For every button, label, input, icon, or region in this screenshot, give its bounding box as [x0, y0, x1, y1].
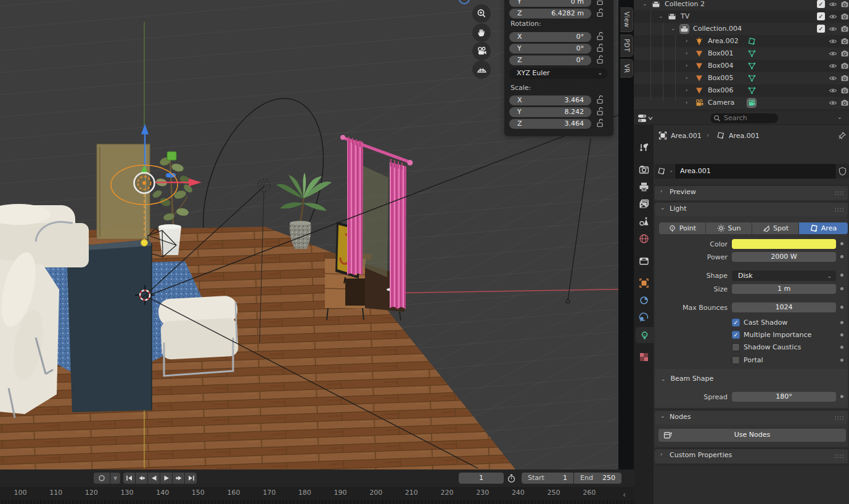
- outliner-row-box001[interactable]: ›Box001: [634, 47, 849, 60]
- render-visibility-icon[interactable]: [840, 37, 849, 46]
- outliner-row-box005[interactable]: ›Box005: [634, 72, 849, 84]
- animate-dot[interactable]: [840, 274, 843, 277]
- collection-checkbox[interactable]: ✓: [817, 0, 825, 8]
- outliner-item-label[interactable]: Box006: [708, 86, 733, 94]
- eye-icon[interactable]: [829, 25, 837, 33]
- subpanel-beam-shape[interactable]: ⌄Beam Shape: [661, 375, 713, 383]
- name-input[interactable]: Area.001: [675, 164, 836, 179]
- render-visibility-icon[interactable]: [840, 25, 849, 33]
- outliner-item-label[interactable]: Box005: [708, 74, 733, 82]
- breadcrumb-data[interactable]: Area.001: [729, 132, 760, 140]
- panel-light[interactable]: ⌄Light: [655, 203, 848, 216]
- timeline[interactable]: ▼ 1 Start 1 End 250 10011012013014015016…: [0, 469, 635, 504]
- expand-chevron-icon[interactable]: ›: [686, 38, 688, 44]
- frame-end-field[interactable]: End 250: [574, 473, 621, 484]
- properties-tab-object-data[interactable]: [636, 327, 654, 343]
- size-field[interactable]: 1 m: [732, 284, 836, 294]
- animate-dot[interactable]: [840, 287, 843, 290]
- timeline-ruler[interactable]: 1001101201301401501601701801902002102202…: [0, 487, 635, 500]
- hide-viewport-icon[interactable]: [829, 37, 837, 46]
- outliner-item-label[interactable]: Area.002: [708, 37, 739, 45]
- transform-value-field[interactable]: Y0 m: [509, 0, 591, 7]
- properties-tab-world[interactable]: [634, 230, 654, 246]
- jump-end-button[interactable]: [185, 473, 197, 484]
- properties-tab-physics[interactable]: [634, 309, 654, 325]
- lock-toggle[interactable]: [596, 44, 607, 54]
- animate-dot[interactable]: [840, 306, 843, 309]
- fake-user-toggle[interactable]: [837, 164, 849, 179]
- drag-grip-icon[interactable]: [834, 453, 844, 459]
- outliner-row-box006[interactable]: ›Box006: [634, 84, 849, 97]
- animate-dot[interactable]: [840, 255, 843, 258]
- pin-icon[interactable]: [838, 131, 847, 140]
- lock-toggle[interactable]: [596, 107, 607, 117]
- outliner-item-label[interactable]: Camera: [708, 99, 734, 107]
- panel-custom-properties[interactable]: ›Custom Properties: [655, 449, 848, 463]
- render-visibility-icon[interactable]: [840, 86, 849, 95]
- panel-nodes[interactable]: ⌄Nodes: [655, 411, 848, 425]
- pan-gizmo[interactable]: [472, 23, 491, 42]
- expand-chevron-icon[interactable]: ›: [686, 50, 688, 56]
- properties-tab-output[interactable]: [634, 179, 654, 195]
- collection-checkbox[interactable]: ✓: [817, 25, 825, 33]
- use-preview-range-button[interactable]: [507, 474, 516, 483]
- disable-render-icon[interactable]: [840, 99, 849, 107]
- outliner-row-box004[interactable]: ›Box004: [634, 60, 849, 72]
- render-visibility-icon[interactable]: [840, 99, 849, 107]
- transform-value-field[interactable]: Y8.242: [509, 107, 591, 117]
- transform-value-field[interactable]: Z3.464: [509, 119, 591, 129]
- collapse-chevron-icon[interactable]: ⌄: [642, 1, 647, 7]
- render-visibility-icon[interactable]: [840, 0, 849, 9]
- lock-toggle[interactable]: [596, 55, 607, 65]
- properties-tab-constraints[interactable]: [634, 292, 654, 308]
- animate-dot[interactable]: [840, 242, 843, 245]
- outliner-item-label[interactable]: TV: [681, 12, 689, 20]
- transform-value-field[interactable]: Y0°: [509, 44, 591, 54]
- eye-icon[interactable]: [829, 99, 837, 107]
- collapse-chevron-icon[interactable]: ⌄: [671, 25, 676, 31]
- animate-dot[interactable]: [840, 395, 843, 398]
- properties-tab-render[interactable]: [634, 161, 654, 177]
- outliner-row-collection 2[interactable]: ⌄Collection 2✓: [634, 0, 849, 10]
- current-frame-field[interactable]: 1: [459, 473, 504, 484]
- expand-chevron-icon[interactable]: ›: [686, 75, 688, 81]
- unlock-icon[interactable]: [596, 9, 604, 17]
- disable-render-icon[interactable]: [840, 37, 849, 46]
- transform-value-field[interactable]: X3.464: [509, 96, 591, 105]
- outliner-row-tv[interactable]: ⌄TV✓: [634, 10, 849, 23]
- header-options-chevron[interactable]: ⌄: [837, 114, 842, 120]
- drag-grip-icon[interactable]: [834, 415, 844, 421]
- outliner-row-collection-004[interactable]: ⌄Collection.004✓: [634, 23, 849, 35]
- next-keyframe-button[interactable]: [173, 473, 184, 484]
- expand-chevron-icon[interactable]: ›: [686, 87, 688, 93]
- disable-render-icon[interactable]: [840, 74, 849, 83]
- light-type-spot[interactable]: Spot: [752, 222, 798, 234]
- sidebar-tab-pdt[interactable]: PDT: [620, 35, 633, 57]
- play-button[interactable]: [160, 473, 172, 484]
- eye-icon[interactable]: [829, 62, 837, 70]
- disable-render-icon[interactable]: [840, 62, 849, 70]
- light-type-point[interactable]: Point: [659, 222, 705, 234]
- outliner-item-label[interactable]: Collection.004: [693, 25, 742, 33]
- lock-toggle[interactable]: [596, 96, 607, 105]
- eye-icon[interactable]: [829, 74, 837, 83]
- zoom-gizmo[interactable]: [472, 4, 491, 23]
- render-visibility-icon[interactable]: [840, 49, 849, 58]
- auto-keying-dropdown[interactable]: ▼: [110, 473, 120, 484]
- sidebar-tab-view[interactable]: View: [620, 7, 633, 32]
- light-type-sun[interactable]: Sun: [706, 222, 752, 234]
- hide-viewport-icon[interactable]: [829, 0, 837, 9]
- shape-dropdown[interactable]: Disk⌄: [732, 270, 836, 281]
- lock-toggle[interactable]: [596, 0, 607, 7]
- breadcrumb-object[interactable]: Area.001: [671, 132, 702, 140]
- hide-viewport-icon[interactable]: [829, 49, 837, 58]
- power-field[interactable]: 2000 W: [732, 252, 836, 262]
- disable-render-icon[interactable]: [840, 25, 849, 33]
- drag-grip-icon[interactable]: [834, 190, 844, 196]
- unlock-icon[interactable]: [596, 44, 604, 52]
- eye-icon[interactable]: [829, 12, 837, 21]
- transform-value-field[interactable]: Z6.4282 m: [509, 9, 591, 18]
- unlock-icon[interactable]: [596, 32, 604, 41]
- rotation-mode-dropdown[interactable]: XYZ Euler⌄: [509, 68, 607, 79]
- light-type-area[interactable]: Area: [799, 222, 848, 234]
